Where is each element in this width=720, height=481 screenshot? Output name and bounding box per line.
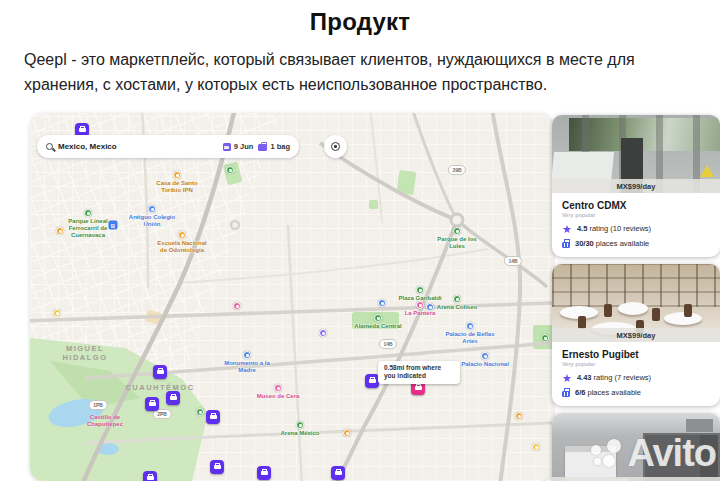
poi-marker[interactable] <box>233 302 241 310</box>
date-chip[interactable]: 9 Jun <box>223 142 254 151</box>
page: Продукт Qeepl - это маркетплейс, который… <box>0 0 720 481</box>
bag-icon <box>214 465 221 470</box>
poi-marker[interactable]: Plaza Garibaldi <box>416 286 424 294</box>
bag-icon <box>210 415 217 420</box>
poi-marker[interactable]: Antiguo Colegio Unión <box>148 205 156 213</box>
warning-sign <box>700 165 714 177</box>
poi-marker[interactable]: La Pantera <box>416 301 424 309</box>
qeepl-storage-marker[interactable] <box>143 471 157 481</box>
availability-row: 6/6 places available <box>562 388 710 397</box>
listing-card[interactable]: MX$99/day Niños Héroes Very popular ★ 5 … <box>552 413 720 481</box>
bag-icon <box>170 396 177 401</box>
qeepl-storage-marker[interactable] <box>145 397 159 411</box>
bag-icon <box>79 128 86 133</box>
star-icon: ★ <box>562 225 572 233</box>
poi-marker[interactable]: Palacio de Bellas Artes <box>466 322 474 330</box>
highway-shield: 14B <box>379 339 397 349</box>
poi-marker[interactable] <box>378 299 386 307</box>
calendar-icon <box>223 143 231 151</box>
bag-icon <box>335 471 342 476</box>
poi-marker[interactable] <box>226 166 234 174</box>
poi-label: Palacio de Bellas Artes <box>443 331 497 345</box>
luggage-icon <box>562 391 570 397</box>
qeepl-storage-marker[interactable] <box>166 391 180 405</box>
poi-marker[interactable] <box>343 429 351 437</box>
page-title: Продукт <box>0 8 720 36</box>
listing-title: Centro CDMX <box>562 200 710 211</box>
poi-label: Arena México <box>273 430 327 437</box>
highway-shield: 29B <box>448 165 466 175</box>
poi-marker[interactable]: Arena Coliseo <box>453 295 461 303</box>
qeepl-storage-marker[interactable] <box>210 460 224 474</box>
poi-marker[interactable]: Monumento a la Madre <box>243 351 251 359</box>
price-badge: MX$99/day <box>552 179 720 193</box>
price-badge: MX$99/day <box>552 328 720 342</box>
poi-marker[interactable] <box>541 334 549 342</box>
poi-marker[interactable]: Parque de los Lules <box>453 227 461 235</box>
distance-tooltip: 0.58mi from where you indicated <box>378 361 460 384</box>
qeepl-storage-marker[interactable] <box>257 466 271 480</box>
poi-marker[interactable] <box>515 412 523 420</box>
listing-card[interactable]: MX$99/day Ernesto Pugibet Very popular ★… <box>552 264 720 406</box>
poi-marker[interactable]: Museo de Cera <box>274 384 282 392</box>
qeepl-storage-marker[interactable] <box>331 466 345 480</box>
district-label: CUAUHTÉMOC <box>125 383 194 392</box>
bag-icon <box>157 370 164 375</box>
locate-button[interactable] <box>324 135 347 158</box>
poi-label: La Pantera <box>393 310 447 317</box>
poi-label: Antiguo Colegio Unión <box>125 214 179 228</box>
qeepl-storage-marker[interactable] <box>365 374 379 388</box>
bags-value: 1 bag <box>270 142 290 151</box>
search-icon <box>46 143 53 150</box>
listing-photo: MX$99/day <box>552 264 720 342</box>
poi-label: Museo de Cera <box>251 393 305 400</box>
metro-station-marker[interactable]: B <box>109 221 118 230</box>
qeepl-storage-marker[interactable] <box>206 410 220 424</box>
listing-card[interactable]: MX$99/day Centro CDMX Very popular ★ 4.5… <box>552 115 720 257</box>
poi-marker[interactable]: Alameda Central <box>374 314 382 322</box>
poi-label: Alameda Central <box>351 323 405 330</box>
park-poi-label: Castillo de Chapultepec <box>77 414 133 428</box>
rating-row: ★ 4.5 rating (10 reviews) <box>562 224 710 233</box>
bag-icon <box>258 144 267 151</box>
poi-marker[interactable] <box>532 443 540 451</box>
map-marker-layer: Casa de Santo Toribio IPNParque Lineal F… <box>30 113 553 481</box>
poi-marker[interactable]: Escuela Nacional de Odontología <box>178 231 186 239</box>
highway-shield: 14B <box>504 256 522 266</box>
search-bar[interactable]: Mexico, Mexico 9 Jun 1 bag <box>37 135 299 158</box>
poi-marker[interactable]: Parque Lineal Ferrocarril de Cuernavaca <box>84 209 92 217</box>
listing-title: Ernesto Pugibet <box>562 349 710 360</box>
poi-label: Casa de Santo Toribio IPN <box>150 180 204 194</box>
district-label: MIGUEL HIDALGO <box>62 344 107 362</box>
poi-label: Monumento a la Madre <box>220 360 274 374</box>
listings-sidebar: MX$99/day Centro CDMX Very popular ★ 4.5… <box>552 115 720 481</box>
search-input[interactable]: Mexico, Mexico <box>58 142 218 151</box>
rating-row: ★ 4.43 rating (7 reviews) <box>562 373 710 382</box>
map-canvas[interactable]: Casa de Santo Toribio IPNParque Lineal F… <box>30 113 553 481</box>
poi-marker[interactable] <box>319 329 327 337</box>
poi-label: Parque de los Lules <box>430 236 484 250</box>
poi-marker[interactable] <box>53 309 61 317</box>
bags-chip[interactable]: 1 bag <box>258 142 290 151</box>
poi-marker[interactable] <box>56 227 64 235</box>
bag-icon <box>147 476 154 481</box>
bag-icon <box>261 471 268 476</box>
listing-photo: MX$99/day <box>552 115 720 193</box>
price-badge: MX$99/day <box>552 477 720 481</box>
poi-label: Palacio Nacional <box>458 361 512 368</box>
availability-row: 30/30 places available <box>562 239 710 248</box>
listing-photo: MX$99/day <box>552 413 720 481</box>
luggage-icon <box>562 242 570 248</box>
qeepl-storage-marker[interactable] <box>153 365 167 379</box>
page-description: Qeepl - это маркетплейс, который связыва… <box>24 48 700 98</box>
bag-icon <box>415 386 422 391</box>
poi-marker[interactable] <box>196 408 204 416</box>
listing-tag: Very popular <box>562 212 710 218</box>
poi-label: Parque Lineal Ferrocarril de Cuernavaca <box>61 218 115 239</box>
poi-marker[interactable]: Arena México <box>296 421 304 429</box>
poi-marker[interactable]: Casa de Santo Toribio IPN <box>173 171 181 179</box>
bag-icon <box>149 402 156 407</box>
date-value: 9 Jun <box>234 142 254 151</box>
poi-marker[interactable]: Palacio Nacional <box>481 352 489 360</box>
listing-tag: Very popular <box>562 361 710 367</box>
